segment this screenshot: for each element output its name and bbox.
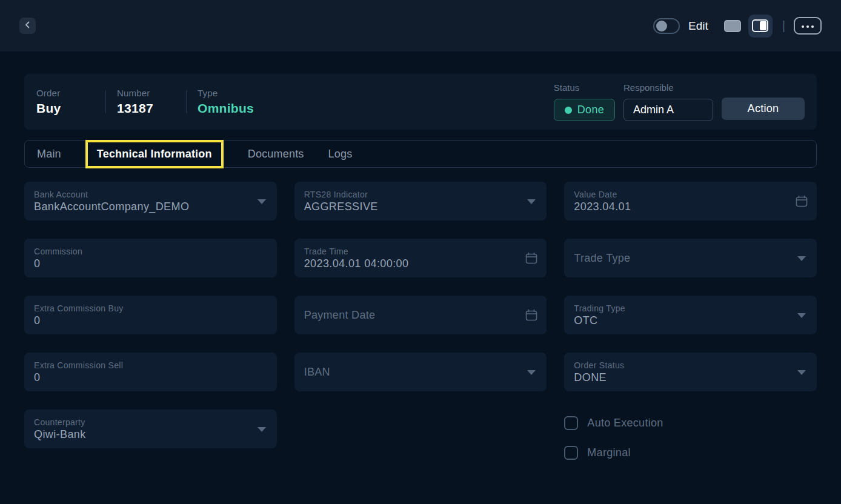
field-value-date[interactable]: Value Date 2023.04.01 [564,182,817,220]
field-trade-time[interactable]: Trade Time 2023.04.01 04:00:00 [294,239,547,277]
edit-toggle-label: Edit [688,19,708,33]
field-trading-type[interactable]: Trading Type OTC [564,296,817,334]
order-header-card: Order Buy Number 13187 Type Omnibus Stat… [24,74,817,130]
full-panel-icon [724,20,741,32]
type-group: Type Omnibus [198,88,256,116]
checkbox-group: Auto Execution Marginal [564,409,817,448]
divider [186,90,187,113]
technical-information-form: Bank Account BankAccountCompany_DEMO RTS… [24,182,817,448]
main-content: Order Buy Number 13187 Type Omnibus Stat… [0,74,841,448]
edit-toggle[interactable] [653,18,680,34]
toggle-knob [656,21,667,31]
calendar-icon[interactable] [795,194,808,210]
order-value: Buy [36,101,95,116]
checkbox-label: Auto Execution [587,417,663,429]
order-group: Order Buy [36,88,95,116]
field-label: Order Status [574,360,788,370]
tab-documents[interactable]: Documents [248,148,304,161]
responsible-label: Responsible [623,82,713,93]
field-label: Trading Type [574,303,788,313]
field-value: AGGRESSIVE [304,201,518,213]
checkbox-marginal[interactable]: Marginal [564,446,817,460]
field-iban[interactable]: IBAN [294,353,547,391]
field-label: IBAN [304,366,518,379]
divider [105,90,106,113]
calendar-icon[interactable] [525,251,538,267]
tab-bar: Main Technical Information Documents Log… [24,140,817,168]
field-label: Trade Type [574,252,788,265]
full-panel-view-button[interactable] [723,16,742,36]
chevron-down-icon[interactable] [797,313,806,318]
field-commission[interactable]: Commission 0 [24,239,277,277]
topbar-divider: | [782,19,785,33]
field-value: 0 [34,314,248,327]
chevron-down-icon[interactable] [797,370,806,375]
type-value: Omnibus [198,101,256,116]
checkbox-icon[interactable] [564,446,578,460]
chevron-down-icon[interactable] [258,199,266,204]
type-label: Type [198,88,256,98]
action-button[interactable]: Action [722,98,805,120]
field-label: Commission [34,247,248,256]
chevron-down-icon[interactable] [797,256,806,261]
field-payment-date[interactable]: Payment Date [294,296,547,334]
responsible-value: Admin A [633,104,674,116]
field-label: Extra Commission Sell [34,360,248,370]
field-value: 2023.04.01 04:00:00 [304,257,518,270]
chevron-down-icon[interactable] [527,370,536,375]
field-label: Payment Date [304,309,518,322]
chevron-left-icon [24,21,32,31]
field-label: RTS28 Indicator [304,190,518,199]
field-rts28-indicator[interactable]: RTS28 Indicator AGGRESSIVE [294,182,547,220]
ellipsis-icon [801,21,814,30]
tab-technical-information[interactable]: Technical Information [85,140,224,168]
top-bar: Edit | [0,0,841,51]
field-label: Trade Time [304,247,518,256]
field-counterparty[interactable]: Counterparty Qiwi-Bank [24,409,277,448]
split-panel-view-button[interactable] [748,15,773,38]
checkbox-label: Marginal [587,446,630,459]
status-label: Status [554,82,615,93]
order-header-right: Status Done Responsible Admin A Action [554,82,805,121]
field-value: Qiwi-Bank [34,428,248,441]
status-badge[interactable]: Done [554,99,615,121]
field-value: 2023.04.01 [574,201,788,213]
checkbox-icon[interactable] [564,416,578,430]
order-label: Order [36,88,95,98]
calendar-icon[interactable] [525,308,538,324]
grid-spacer [294,409,547,448]
field-value: 0 [34,257,248,270]
field-value: BankAccountCompany_DEMO [34,201,248,213]
responsible-select[interactable]: Admin A [623,99,713,121]
field-trade-type[interactable]: Trade Type [564,239,817,277]
responsible-group: Responsible Admin A [623,82,713,121]
field-label: Extra Commission Buy [34,303,248,313]
field-value: DONE [574,371,788,384]
field-extra-commission-sell[interactable]: Extra Commission Sell 0 [24,353,277,391]
checkbox-auto-execution[interactable]: Auto Execution [564,416,817,430]
chevron-down-icon[interactable] [258,427,266,432]
status-dot-icon [565,107,572,114]
chevron-down-icon[interactable] [527,199,536,204]
field-value: OTC [574,314,788,327]
back-button[interactable] [19,18,36,34]
topbar-actions: Edit | [653,15,822,38]
tab-main[interactable]: Main [37,148,61,161]
field-order-status[interactable]: Order Status DONE [564,353,817,391]
status-group: Status Done [554,82,615,121]
number-group: Number 13187 [117,88,175,116]
field-label: Counterparty [34,417,248,427]
field-bank-account[interactable]: Bank Account BankAccountCompany_DEMO [24,182,277,220]
tab-logs[interactable]: Logs [328,148,353,161]
field-label: Value Date [574,190,788,199]
more-options-button[interactable] [794,17,822,35]
field-value: 0 [34,371,248,384]
field-extra-commission-buy[interactable]: Extra Commission Buy 0 [24,296,277,334]
field-label: Bank Account [34,190,248,199]
status-value: Done [577,104,604,116]
number-value: 13187 [117,101,175,116]
number-label: Number [117,88,175,98]
split-panel-icon [752,19,768,32]
